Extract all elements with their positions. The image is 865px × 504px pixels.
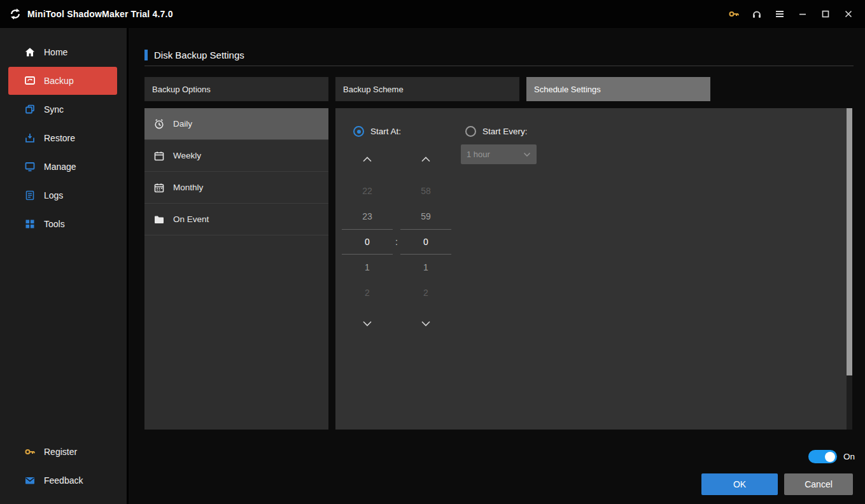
folder-icon <box>153 214 165 225</box>
sidebar-item-label: Manage <box>44 162 76 172</box>
header-divider <box>144 66 854 66</box>
schedule-type-monthly[interactable]: Monthly <box>144 172 328 204</box>
tab-backup-scheme[interactable]: Backup Scheme <box>335 77 519 101</box>
tab-backup-options[interactable]: Backup Options <box>144 77 328 101</box>
app-title: MiniTool ShadowMaker Trial 4.7.0 <box>27 9 173 19</box>
hour-option[interactable]: 23 <box>342 204 393 229</box>
chevron-up-icon <box>421 157 431 162</box>
app-logo-icon <box>9 8 22 20</box>
key-icon <box>728 8 740 20</box>
settings-tabs: Backup Options Backup Scheme Schedule Se… <box>144 77 710 101</box>
sidebar: Home Backup Sync <box>0 28 129 504</box>
sidebar-item-label: Logs <box>44 190 63 200</box>
minute-up-button[interactable] <box>400 146 451 172</box>
license-key-button[interactable] <box>722 4 745 24</box>
sidebar-item-label: Home <box>44 47 67 57</box>
page-title: Disk Backup Settings <box>154 50 244 60</box>
schedule-type-weekly[interactable]: Weekly <box>144 140 328 172</box>
interval-dropdown[interactable]: 1 hour <box>461 144 537 164</box>
sidebar-item-manage[interactable]: Manage <box>8 153 117 181</box>
footer-buttons: OK Cancel <box>701 473 853 495</box>
ok-button[interactable]: OK <box>701 473 778 495</box>
interval-value: 1 hour <box>467 150 490 159</box>
time-separator-column: : <box>393 146 400 336</box>
start-at-label: Start At: <box>370 127 401 136</box>
toggle-knob <box>825 452 835 462</box>
hour-option[interactable]: 22 <box>342 178 393 204</box>
sidebar-item-sync[interactable]: Sync <box>8 95 117 123</box>
title-accent-bar <box>144 50 148 60</box>
minute-spinner: 58 59 0 1 2 <box>400 146 451 336</box>
home-icon <box>24 46 36 58</box>
schedule-settings-content: Daily Weekly <box>144 108 852 430</box>
schedule-type-label: Daily <box>173 119 192 129</box>
sidebar-item-home[interactable]: Home <box>8 38 117 66</box>
hour-option[interactable]: 2 <box>342 280 393 305</box>
restore-icon <box>24 132 36 144</box>
headset-icon <box>751 8 763 20</box>
chevron-down-icon <box>362 321 372 326</box>
manage-icon <box>24 161 36 172</box>
register-key-icon <box>24 446 36 458</box>
time-picker: 22 23 0 1 2 : <box>342 146 451 336</box>
sidebar-item-feedback[interactable]: Feedback <box>8 466 115 494</box>
schedule-toggle[interactable] <box>808 450 837 463</box>
panel-scrollbar-thumb[interactable] <box>847 108 852 375</box>
minute-option[interactable]: 1 <box>400 255 451 280</box>
minute-option[interactable]: 2 <box>400 280 451 305</box>
close-icon <box>843 8 854 20</box>
schedule-type-label: Monthly <box>173 183 203 192</box>
schedule-toggle-row: On <box>808 450 855 463</box>
tools-icon <box>24 218 36 230</box>
hour-down-button[interactable] <box>342 311 393 336</box>
hour-selected[interactable]: 0 <box>342 229 393 255</box>
calendar-month-icon <box>153 182 165 193</box>
schedule-type-label: On Event <box>173 214 209 224</box>
start-at-radio-row[interactable]: Start At: <box>353 126 401 137</box>
minute-option[interactable]: 59 <box>400 204 451 229</box>
titlebar: MiniTool ShadowMaker Trial 4.7.0 <box>0 0 865 28</box>
backup-icon <box>24 75 36 87</box>
start-every-radio[interactable] <box>465 126 476 137</box>
maximize-button[interactable] <box>814 4 837 24</box>
page-header: Disk Backup Settings <box>144 50 244 60</box>
hour-up-button[interactable] <box>342 146 393 172</box>
start-every-label: Start Every: <box>482 127 528 136</box>
schedule-type-on-event[interactable]: On Event <box>144 204 328 235</box>
schedule-type-daily[interactable]: Daily <box>144 108 328 140</box>
daily-settings-panel: Start At: Start Every: 1 hour <box>335 108 852 430</box>
start-at-radio[interactable] <box>353 126 364 137</box>
sidebar-item-backup[interactable]: Backup <box>8 67 117 95</box>
minute-down-button[interactable] <box>400 311 451 336</box>
hamburger-menu-icon <box>774 8 785 20</box>
chevron-down-icon <box>421 321 431 326</box>
minute-option[interactable]: 58 <box>400 178 451 204</box>
minimize-icon <box>797 8 808 20</box>
sidebar-item-label: Feedback <box>44 475 83 486</box>
chevron-up-icon <box>362 157 372 162</box>
panel-scrollbar-track[interactable] <box>847 108 852 430</box>
minimize-button[interactable] <box>791 4 814 24</box>
tab-schedule-settings[interactable]: Schedule Settings <box>526 77 710 101</box>
chevron-down-icon <box>523 152 531 157</box>
minute-selected[interactable]: 0 <box>400 229 451 255</box>
time-separator: : <box>393 229 400 255</box>
start-every-radio-row[interactable]: Start Every: <box>465 126 528 137</box>
sidebar-item-tools[interactable]: Tools <box>8 210 117 238</box>
hour-option[interactable]: 1 <box>342 255 393 280</box>
menu-button[interactable] <box>768 4 791 24</box>
sidebar-item-label: Tools <box>44 219 65 229</box>
sync-icon <box>24 104 36 115</box>
close-button[interactable] <box>837 4 860 24</box>
logs-icon <box>24 190 36 201</box>
support-button[interactable] <box>745 4 768 24</box>
cancel-button[interactable]: Cancel <box>784 473 853 495</box>
sidebar-item-logs[interactable]: Logs <box>8 181 117 209</box>
sidebar-item-label: Sync <box>44 104 64 115</box>
clock-icon <box>153 118 165 130</box>
sidebar-item-restore[interactable]: Restore <box>8 124 117 152</box>
sidebar-item-label: Backup <box>44 76 74 86</box>
hour-spinner: 22 23 0 1 2 <box>342 146 393 336</box>
sidebar-item-register[interactable]: Register <box>8 438 115 466</box>
schedule-type-list: Daily Weekly <box>144 108 328 430</box>
